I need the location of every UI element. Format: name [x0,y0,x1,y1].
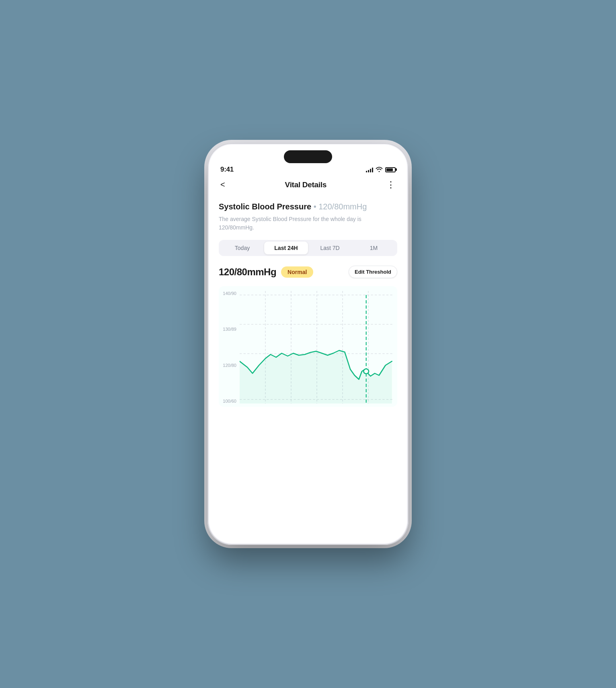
vital-separator: • [314,202,319,211]
time-tabs: Today Last 24H Last 7D 1M [219,240,397,256]
y-axis: 140/90 130/89 120/80 100/60 [219,291,240,403]
svg-point-10 [363,369,369,374]
content-area: Systolic Blood Pressure • 120/80mmHg The… [209,195,407,543]
y-label-130: 130/89 [219,327,236,332]
back-button[interactable]: < [217,178,228,191]
nav-title: Vital Details [285,180,326,189]
status-icons [366,166,396,173]
status-time: 9:41 [220,166,234,174]
vital-title: Systolic Blood Pressure • 120/80mmHg [219,201,397,212]
status-badge: Normal [281,266,313,278]
tab-last24h[interactable]: Last 24H [264,242,308,254]
tab-1m[interactable]: 1M [352,242,396,254]
chart-svg [240,291,394,403]
phone-shell: 9:41 [207,143,409,545]
wifi-icon [376,166,383,173]
y-label-140: 140/90 [219,291,236,296]
status-bar: 9:41 [209,163,407,175]
signal-bar-1 [366,171,367,172]
nav-header: < Vital Details ⋮ [209,175,407,195]
metrics-row: 120/80mmHg Normal Edit Threshold [219,266,397,278]
current-value: 120/80mmHg [219,266,276,278]
vital-description: The average Systolic Blood Pressure for … [219,215,397,232]
y-label-100: 100/60 [219,399,236,403]
more-menu-button[interactable]: ⋮ [383,179,399,191]
battery-icon [385,167,396,172]
vital-value-header: 120/80mmHg [318,202,367,211]
y-label-120: 120/80 [219,363,236,368]
vital-name: Systolic Blood Pressure [219,202,311,211]
tab-last7d[interactable]: Last 7D [308,242,352,254]
tab-today[interactable]: Today [220,242,264,254]
screen: 9:41 [209,145,407,543]
chart-container: 140/90 130/89 120/80 100/60 [219,286,397,407]
signal-bar-3 [370,169,371,172]
dynamic-island [284,150,332,163]
signal-icon [366,167,373,172]
chart-inner: 140/90 130/89 120/80 100/60 [219,291,394,403]
battery-fill [386,168,393,171]
signal-bar-4 [372,168,373,172]
edit-threshold-button[interactable]: Edit Threshold [349,266,397,278]
chart-area [240,291,394,403]
signal-bar-2 [368,170,369,172]
